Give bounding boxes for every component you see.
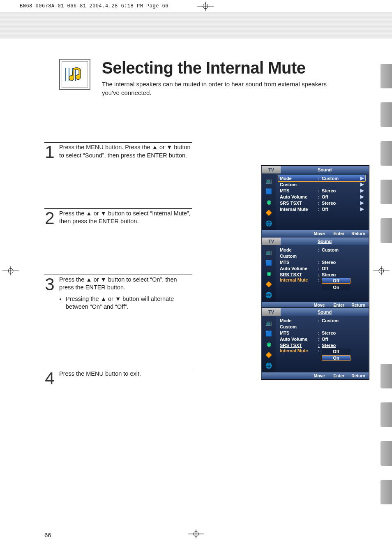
osd3-option-on[interactable]: On xyxy=(322,355,350,361)
step-2-text: Press the ▲ or ▼ button to select “Inter… xyxy=(59,210,192,226)
step-4: 4 Press the MENU button to exit. xyxy=(44,369,192,386)
osd3-row-mode[interactable]: Mode:Custom xyxy=(278,317,365,323)
osd2-row-mode[interactable]: Mode:Custom xyxy=(278,247,365,253)
page-title: Selecting the Internal Mute xyxy=(102,59,332,77)
osd3-row-srs[interactable]: SRS TSXT:Stereo xyxy=(278,342,365,348)
print-header: BN68-00678A-01_066-81 2004.4.28 6:18 PM … xyxy=(0,0,392,12)
osd2-option-on[interactable]: On xyxy=(322,284,350,290)
osd3-row-custom[interactable]: Custom xyxy=(278,323,365,330)
crop-mark-left xyxy=(2,266,19,277)
osd-menu-2: TV Sound 📺🟦◉🔶🌐 Mode:Custom Custom MTS:St… xyxy=(261,237,369,309)
osd2-row-autovol[interactable]: Auto Volume:Off xyxy=(278,265,365,271)
osd-foot-enter: Enter xyxy=(330,231,344,236)
page-number: 66 xyxy=(44,531,51,538)
step-1-text: Press the MENU button. Press the ▲ or ▼ … xyxy=(59,143,192,159)
print-header-text: BN68-00678A-01_066-81 2004.4.28 6:18 PM … xyxy=(20,3,168,9)
osd2-row-custom[interactable]: Custom xyxy=(278,253,365,259)
thumb-tabs xyxy=(380,64,392,504)
osd2-row-intmute[interactable]: Internal Mute: Off On xyxy=(278,277,365,290)
osd-row-mode[interactable]: Mode: Custom▶ xyxy=(278,175,365,181)
step-4-number: 4 xyxy=(44,371,55,386)
osd3-row-mts[interactable]: MTS:Stereo xyxy=(278,330,365,336)
brushed-banner xyxy=(0,12,392,39)
osd3-option-off[interactable]: Off xyxy=(322,349,350,354)
crop-mark-right xyxy=(373,266,390,277)
step-1-number: 1 xyxy=(44,144,55,160)
step-3-text: Press the ▲ or ▼ button to select “On”, … xyxy=(59,276,192,292)
step-2: 2 Press the ▲ or ▼ button to select “Int… xyxy=(44,208,192,226)
osd-tv-label: TV xyxy=(262,166,281,173)
osd-row-srs[interactable]: SRS TSXT: Stereo▶ xyxy=(278,200,365,206)
step-4-text: Press the MENU button to exit. xyxy=(59,370,141,378)
osd-menu-1: TV Sound 📺🟦◉🔶🌐 Mode: Custom▶ Custom ▶ MT… xyxy=(261,166,369,237)
page-subtitle: The internal speakers can be muted in or… xyxy=(102,80,332,97)
osd-menu-3: TV Sound 📺🟦◉🔶🌐 Mode:Custom Custom MTS:St… xyxy=(261,308,369,379)
osd2-row-srs[interactable]: SRS TSXT:Stereo xyxy=(278,271,365,277)
osd2-row-mts[interactable]: MTS:Stereo xyxy=(278,259,365,265)
sound-section-icon xyxy=(59,59,90,90)
osd-foot-return: Return xyxy=(350,231,365,236)
step-3-number: 3 xyxy=(44,277,55,292)
osd-foot-move: Move xyxy=(312,231,325,236)
step-3: 3 Press the ▲ or ▼ button to select “On”… xyxy=(44,275,192,311)
crop-mark-top xyxy=(193,2,218,11)
osd-category-icons: 📺🟦◉🔶🌐 xyxy=(262,173,276,230)
osd-row-custom[interactable]: Custom ▶ xyxy=(278,181,365,187)
osd3-row-intmute[interactable]: Internal Mute: Off On xyxy=(278,348,365,361)
osd3-row-autovol[interactable]: Auto Volume:Off xyxy=(278,336,365,342)
osd-row-mts[interactable]: MTS: Stereo▶ xyxy=(278,187,365,194)
osd2-option-off[interactable]: Off xyxy=(322,278,350,284)
osd-header: Sound xyxy=(281,166,369,173)
osd-row-intmute[interactable]: Internal Mute: Off▶ xyxy=(278,206,365,212)
step-1: 1 Press the MENU button. Press the ▲ or … xyxy=(44,142,192,160)
step-2-number: 2 xyxy=(44,210,55,226)
step-3-bullet: Pressing the ▲ or ▼ button will alternat… xyxy=(66,295,192,311)
osd-row-autovol[interactable]: Auto Volume: Off▶ xyxy=(278,194,365,200)
crop-mark-bottom xyxy=(188,529,204,540)
